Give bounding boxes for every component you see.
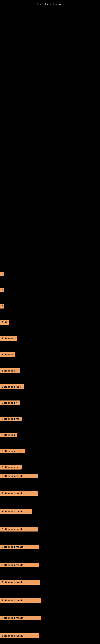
bottleneck-result-item: Bottleneck result — [0, 563, 39, 567]
bottleneck-result-item: Bottleneck — [0, 336, 17, 341]
bottleneck-result-item: Bottleneck result — [0, 633, 39, 638]
bottleneck-result-item: Bottleneck resu — [0, 384, 24, 389]
bottleneck-result-item: Bottleneck result — [0, 509, 32, 514]
bottleneck-result-item: Bottleneck result — [0, 527, 38, 532]
bottleneck-result-item: Bott — [0, 320, 9, 324]
bottleneck-result-item: Bottleneck result — [0, 616, 41, 620]
bottleneck-result-item: Bottleneck result — [0, 474, 38, 478]
bottleneck-result-item: B — [0, 272, 4, 276]
bottleneck-result-item: Bottleneck result — [0, 598, 41, 603]
bottleneck-result-item: Bottleneck resu — [0, 449, 25, 454]
bottleneck-result-item: Bottleneck res — [0, 416, 22, 421]
bottleneck-result-item: B — [0, 304, 4, 308]
bottleneck-result-item: Bottleneck r — [0, 368, 20, 373]
bottleneck-result-item: Bottleneck — [0, 433, 17, 437]
bottleneck-result-item: Bottleneck r — [0, 400, 20, 405]
bottleneck-result-item: Bottleneck result — [0, 544, 39, 549]
bottleneck-result-item: Bottleneck re — [0, 465, 22, 470]
bottleneck-result-item: Bottlenec — [0, 352, 15, 357]
bottleneck-result-item: B — [0, 288, 4, 292]
bottleneck-result-item: Bottleneck result — [0, 491, 38, 496]
site-title: TheBottlenecker.com — [0, 1, 100, 8]
bottleneck-result-item: Bottleneck result — [0, 580, 40, 585]
